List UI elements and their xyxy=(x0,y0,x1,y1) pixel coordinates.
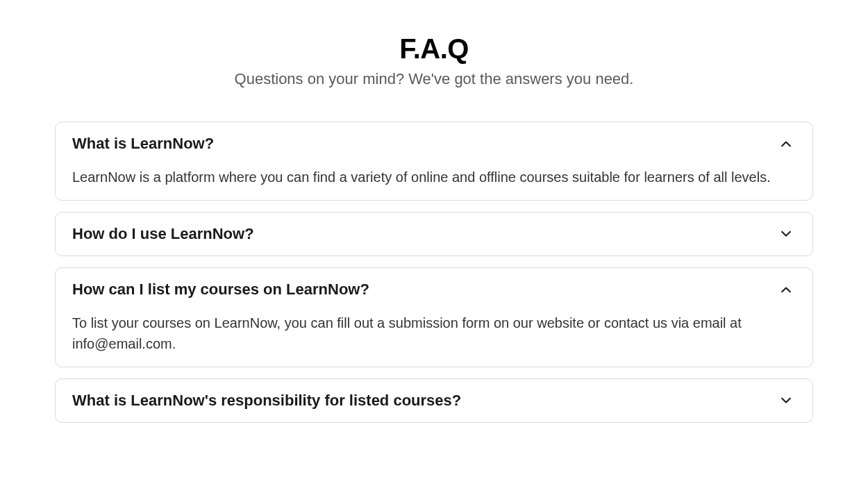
faq-item-header: What is LearnNow's responsibility for li… xyxy=(72,392,796,410)
faq-answer: LearnNow is a platform where you can fin… xyxy=(72,167,796,187)
faq-question: What is LearnNow's responsibility for li… xyxy=(72,392,461,410)
chevron-up-icon xyxy=(779,137,793,151)
faq-item-responsibility[interactable]: What is LearnNow's responsibility for li… xyxy=(55,378,813,423)
faq-item-what-is-learnnow[interactable]: What is LearnNow? LearnNow is a platform… xyxy=(55,122,813,201)
faq-item-how-to-use[interactable]: How do I use LearnNow? xyxy=(55,212,813,256)
faq-question: How can I list my courses on LearnNow? xyxy=(72,281,369,299)
faq-item-list-courses[interactable]: How can I list my courses on LearnNow? T… xyxy=(55,267,813,367)
faq-answer: To list your courses on LearnNow, you ca… xyxy=(72,312,796,354)
faq-question: How do I use LearnNow? xyxy=(72,225,254,243)
faq-item-header: How do I use LearnNow? xyxy=(72,225,796,243)
faq-question: What is LearnNow? xyxy=(72,135,214,153)
faq-header-section: F.A.Q Questions on your mind? We've got … xyxy=(55,33,813,88)
faq-item-header: What is LearnNow? xyxy=(72,135,796,153)
page-subtitle: Questions on your mind? We've got the an… xyxy=(55,70,813,88)
chevron-up-icon xyxy=(779,283,793,296)
page-title: F.A.Q xyxy=(55,33,813,65)
faq-item-header: How can I list my courses on LearnNow? xyxy=(72,281,796,299)
chevron-down-icon xyxy=(779,394,793,408)
chevron-down-icon xyxy=(779,227,793,241)
faq-list: What is LearnNow? LearnNow is a platform… xyxy=(55,122,813,423)
faq-container: F.A.Q Questions on your mind? We've got … xyxy=(55,33,813,423)
